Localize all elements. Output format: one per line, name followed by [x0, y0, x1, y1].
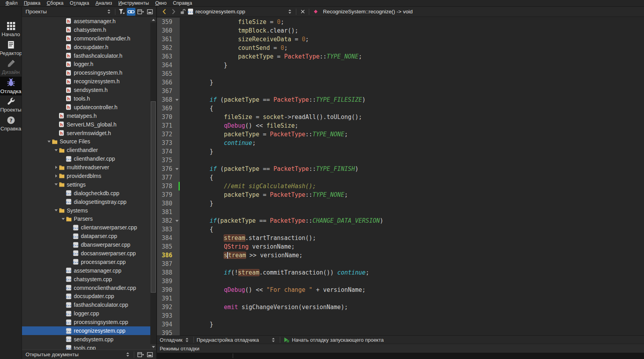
expand-arrow-open-icon[interactable]: [53, 149, 59, 151]
start-debugging-icon[interactable]: [282, 336, 291, 344]
pane-selector-updown-icon[interactable]: [123, 351, 132, 359]
document-selector[interactable]: C++ recognizesystem.cpp: [188, 8, 294, 16]
tree-item[interactable]: multithreadserver: [22, 163, 150, 172]
filter-icon[interactable]: [117, 8, 126, 16]
line-number[interactable]: 395: [157, 329, 180, 335]
menu-item[interactable]: Инструменты: [115, 0, 152, 6]
tree-item[interactable]: hassetsmanager.h: [22, 17, 150, 26]
tree-item[interactable]: C++sendsystem.cpp: [22, 335, 150, 344]
code-editor[interactable]: 359 fileSize = 0;360 tmpBlock.clear();36…: [157, 17, 644, 335]
start-debugging-label[interactable]: Начать отладку запускающего проекта: [292, 337, 384, 343]
line-number[interactable]: 363: [157, 52, 180, 61]
scrollbar-down-arrow[interactable]: [150, 344, 156, 350]
menu-item[interactable]: Правка: [21, 0, 44, 6]
line-number[interactable]: 377: [157, 173, 180, 182]
tree-item[interactable]: C++fasthashcalculator.cpp: [22, 300, 150, 309]
line-number[interactable]: 391: [157, 294, 180, 303]
line-number[interactable]: 362: [157, 44, 180, 52]
tree-item[interactable]: C++dialogsettingstray.cpp: [22, 198, 150, 206]
mode-button-начало[interactable]: Начало: [0, 20, 22, 39]
expand-arrow-open-icon[interactable]: [53, 183, 59, 185]
line-number[interactable]: 367: [157, 87, 180, 95]
menu-item[interactable]: Сборка: [44, 0, 67, 6]
line-number[interactable]: 375: [157, 156, 180, 165]
menu-item[interactable]: Окно: [152, 0, 170, 6]
tree-item[interactable]: Parsers: [22, 214, 150, 223]
mode-button-отладка[interactable]: Отладка: [0, 77, 22, 95]
line-number[interactable]: 368: [157, 95, 180, 104]
tree-item[interactable]: hcommonclienthandler.h: [22, 34, 150, 43]
expand-arrow-closed-icon[interactable]: [53, 174, 59, 178]
tree-item[interactable]: C++processingsystem.cpp: [22, 318, 150, 326]
line-number[interactable]: 366: [157, 78, 180, 87]
menu-item[interactable]: Справка: [170, 0, 195, 6]
panel-title[interactable]: Проекты: [26, 9, 47, 15]
go-back-icon[interactable]: [159, 7, 169, 16]
tree-item[interactable]: C++logger.cpp: [22, 309, 150, 318]
expand-arrow-open-icon[interactable]: [46, 141, 52, 143]
line-number[interactable]: 361: [157, 35, 180, 44]
tree-item[interactable]: hfasthashcalculator.h: [22, 51, 150, 60]
lock-open-icon[interactable]: [178, 7, 188, 16]
tree-item[interactable]: Source Files: [22, 137, 150, 146]
close-document-icon[interactable]: [298, 8, 307, 16]
line-number[interactable]: 360: [157, 26, 180, 35]
tree-item[interactable]: C++clienthandler.cpp: [22, 154, 150, 163]
close-panel-icon[interactable]: [146, 8, 154, 16]
scrollbar-thumb[interactable]: [151, 101, 156, 293]
line-number[interactable]: 372: [157, 130, 180, 139]
line-number[interactable]: 382: [157, 216, 180, 225]
line-number[interactable]: 364: [157, 61, 180, 70]
line-number[interactable]: 385: [157, 242, 180, 251]
debugger-preset-label[interactable]: Преднастройка отладчика: [197, 337, 259, 343]
tree-item[interactable]: hServerLMS_global.h: [22, 120, 150, 129]
line-number[interactable]: 387: [157, 260, 180, 268]
fold-marker-icon[interactable]: [175, 99, 179, 101]
mode-button-справка[interactable]: ?Справка: [0, 114, 22, 133]
tree-item[interactable]: C++assetsmanager.cpp: [22, 266, 150, 275]
preset-updown-icon[interactable]: [269, 336, 278, 344]
line-number[interactable]: 379: [157, 190, 180, 199]
document-updown-icon[interactable]: [285, 8, 294, 16]
tree-item[interactable]: hrecognizesystem.h: [22, 77, 150, 86]
menu-item[interactable]: Анализ: [92, 0, 115, 6]
line-number[interactable]: 376: [157, 165, 180, 173]
tree-item[interactable]: Systems: [22, 206, 150, 215]
line-number[interactable]: 381: [157, 208, 180, 216]
tree-item-selected[interactable]: C++recognizesystem.cpp: [22, 326, 150, 335]
tree-item[interactable]: C++docsupdater.cpp: [22, 292, 150, 301]
line-number[interactable]: 365: [157, 70, 180, 78]
debugger-updown-icon[interactable]: [183, 336, 192, 344]
tree-item[interactable]: C++processparser.cpp: [22, 258, 150, 266]
tree-scrollbar[interactable]: [150, 17, 156, 350]
tree-item[interactable]: C++docsanswerparser.cpp: [22, 249, 150, 258]
line-number[interactable]: 374: [157, 147, 180, 156]
tree-item[interactable]: C++clientanswerparser.cpp: [22, 223, 150, 232]
line-number[interactable]: 369: [157, 104, 180, 113]
line-number[interactable]: 371: [157, 121, 180, 130]
line-number[interactable]: 390: [157, 286, 180, 294]
current-symbol-label[interactable]: RecognizeSystem::recognize() -> void: [323, 9, 412, 15]
sync-with-editor-link-icon[interactable]: [127, 8, 135, 16]
line-number[interactable]: 380: [157, 199, 180, 208]
mode-button-редактор[interactable]: Редактор: [0, 39, 22, 58]
split-pane-icon[interactable]: [136, 351, 145, 359]
tree-item[interactable]: C++chatsystem.cpp: [22, 275, 150, 284]
tree-item[interactable]: hlogger.h: [22, 60, 150, 68]
line-number[interactable]: 373: [157, 139, 180, 147]
tree-item[interactable]: clienthandler: [22, 146, 150, 154]
split-panel-icon[interactable]: [136, 8, 145, 16]
line-number[interactable]: 378: [157, 182, 180, 190]
line-number-current[interactable]: 386: [157, 251, 180, 260]
tree-item[interactable]: C++dbanswerparser.cpp: [22, 240, 150, 249]
menu-item[interactable]: Отладка: [67, 0, 92, 6]
menu-item[interactable]: Файл: [2, 0, 21, 6]
scrollbar-up-arrow[interactable]: [150, 17, 156, 22]
line-number[interactable]: 359: [157, 18, 180, 26]
tree-item[interactable]: hprocessingsystem.h: [22, 68, 150, 77]
debugger-pane-label[interactable]: Отладчик: [160, 337, 182, 343]
line-number[interactable]: 394: [157, 320, 180, 329]
line-number[interactable]: 392: [157, 303, 180, 311]
tree-item[interactable]: C++tools.cpp: [22, 344, 150, 350]
open-documents-label[interactable]: Открытые документы: [26, 352, 78, 357]
